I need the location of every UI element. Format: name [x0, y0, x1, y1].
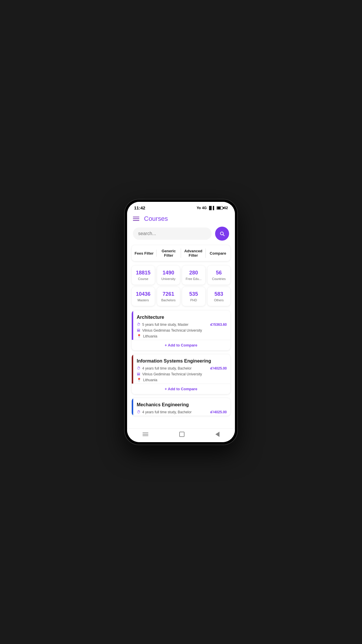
course-price-1: 🏷 4025.00 [210, 366, 227, 370]
network-indicator: Yo [197, 206, 201, 210]
course-card-1[interactable]: Information Systems Engineering ⏱ 4 year… [132, 354, 230, 394]
battery-percent: 62 [224, 206, 228, 210]
course-country-1: Lithuania [143, 378, 227, 382]
course-card-inner-2: Mechanics Engineering ⏱ 4 years full tim… [132, 398, 230, 416]
course-body-2: Mechanics Engineering ⏱ 4 years full tim… [133, 398, 230, 416]
nav-hamburger-icon [143, 433, 148, 436]
nav-menu-button[interactable] [143, 433, 148, 436]
course-price-0: 🏷 5363.60 [210, 323, 227, 327]
stat-card-others[interactable]: 583 Others [208, 287, 231, 306]
course-body-0: Architecture ⏱ 5 years full time study, … [133, 311, 230, 340]
course-uni-1: Vilnius Gediminas Technical University [142, 372, 227, 376]
tab-fees-filter[interactable]: Fees Filter [132, 248, 157, 259]
course-name-0: Architecture [137, 315, 227, 320]
course-country-row-1: 📍 Lithuania [137, 378, 227, 382]
stat-card-phd[interactable]: 535 PHD [182, 287, 205, 306]
stat-number-university: 1490 [163, 270, 174, 276]
phone-frame: 11:42 Yo 4G ▐▌▌ 62 Courses [124, 199, 238, 445]
status-time: 11:42 [134, 205, 145, 210]
filter-tabs: Fees Filter Generic Filter Advanced Filt… [132, 245, 230, 261]
phone-screen: 11:42 Yo 4G ▐▌▌ 62 Courses [127, 202, 235, 442]
add-compare-btn-1[interactable]: + Add to Compare [132, 384, 230, 394]
course-country-0: Lithuania [143, 334, 227, 338]
course-duration-row-2: ⏱ 4 years full time study, Bachelor 🏷 40… [137, 410, 227, 414]
stat-card-course[interactable]: 18815 Course [132, 266, 155, 285]
course-name-2: Mechanics Engineering [137, 402, 227, 407]
search-button[interactable] [215, 227, 229, 241]
clock-icon-2: ⏱ [137, 410, 140, 414]
course-country-row-0: 📍 Lithuania [137, 334, 227, 338]
hamburger-icon[interactable] [133, 217, 139, 221]
stat-number-phd: 535 [189, 291, 198, 297]
course-card-0[interactable]: Architecture ⏱ 5 years full time study, … [132, 311, 230, 350]
battery-icon [217, 206, 223, 210]
tab-generic-filter[interactable]: Generic Filter [157, 245, 181, 261]
nav-home-button[interactable] [179, 432, 184, 437]
stat-label-countries: Countries [212, 277, 226, 281]
nav-back-icon [215, 432, 219, 437]
search-icon [219, 231, 225, 237]
search-section [127, 227, 235, 245]
stat-number-bachelors: 7261 [163, 291, 174, 297]
university-icon-1: 🏛 [137, 372, 140, 376]
status-bar: 11:42 Yo 4G ▐▌▌ 62 [127, 202, 235, 212]
stat-label-bachelors: Bachelors [161, 298, 175, 302]
price-icon-2: 🏷 [210, 410, 214, 414]
course-card-2[interactable]: Mechanics Engineering ⏱ 4 years full tim… [132, 398, 230, 416]
course-card-inner-1: Information Systems Engineering ⏱ 4 year… [132, 354, 230, 384]
course-duration-row-1: ⏱ 4 years full time study, Bachelor 🏷 40… [137, 366, 227, 370]
stat-card-countries[interactable]: 56 Countries [208, 266, 231, 285]
course-duration-row-0: ⏱ 5 years full time study, Master 🏷 5363… [137, 322, 227, 327]
course-uni-0: Vilnius Gediminas Technical University [142, 328, 227, 332]
stats-grid: 18815 Course 1490 University 280 Free Ed… [127, 266, 235, 311]
search-input-wrap [133, 228, 212, 240]
location-icon-0: 📍 [137, 334, 141, 338]
course-body-1: Information Systems Engineering ⏱ 4 year… [133, 354, 230, 384]
4g-indicator: 4G [202, 206, 207, 210]
course-uni-row-1: 🏛 Vilnius Gediminas Technical University [137, 372, 227, 376]
university-icon-0: 🏛 [137, 328, 140, 332]
stat-card-university[interactable]: 1490 University [157, 266, 180, 285]
stat-number-countries: 56 [216, 270, 222, 276]
page-title: Courses [144, 215, 168, 223]
stat-label-masters: Masters [138, 298, 149, 302]
stat-number-masters: 10436 [136, 291, 150, 297]
stat-card-bachelors[interactable]: 7261 Bachelors [157, 287, 180, 306]
course-price-2: 🏷 4025.00 [210, 410, 227, 414]
location-icon-1: 📍 [137, 378, 141, 382]
stat-number-course: 18815 [136, 270, 150, 276]
course-name-1: Information Systems Engineering [137, 358, 227, 364]
signal-bars: ▐▌▌ [208, 206, 215, 210]
price-icon-0: 🏷 [210, 323, 214, 327]
course-duration-0: 5 years full time study, Master [142, 323, 208, 327]
tab-compare[interactable]: Compare [206, 248, 231, 259]
stat-number-others: 583 [215, 291, 223, 297]
nav-back-button[interactable] [215, 432, 219, 437]
scroll-content[interactable]: Courses Fees Filter Generic Filter Advan… [127, 212, 235, 428]
add-compare-btn-0[interactable]: + Add to Compare [132, 340, 230, 350]
price-icon-1: 🏷 [210, 366, 214, 370]
course-duration-2: 4 years full time study, Bachelor [142, 410, 208, 414]
course-card-inner-0: Architecture ⏱ 5 years full time study, … [132, 311, 230, 340]
stat-number-freeedu: 280 [189, 270, 198, 276]
nav-home-icon [179, 432, 184, 437]
tab-advanced-filter[interactable]: Advanced Filter [181, 245, 206, 261]
clock-icon-1: ⏱ [137, 366, 140, 370]
stat-label-university: University [161, 277, 175, 281]
status-icons: Yo 4G ▐▌▌ 62 [197, 206, 228, 210]
course-uni-row-0: 🏛 Vilnius Gediminas Technical University [137, 328, 227, 332]
search-input[interactable] [138, 231, 206, 236]
stat-label-others: Others [214, 298, 224, 302]
header: Courses [127, 212, 235, 227]
bottom-nav [127, 428, 235, 442]
stat-label-freeedu: Free Edu... [186, 277, 201, 281]
stat-card-freeedu[interactable]: 280 Free Edu... [182, 266, 205, 285]
stat-card-masters[interactable]: 10436 Masters [132, 287, 155, 306]
stat-label-phd: PHD [190, 298, 197, 302]
clock-icon-0: ⏱ [137, 322, 140, 327]
course-duration-1: 4 years full time study, Bachelor [142, 366, 208, 370]
battery-fill [217, 207, 221, 209]
stat-label-course: Course [138, 277, 148, 281]
